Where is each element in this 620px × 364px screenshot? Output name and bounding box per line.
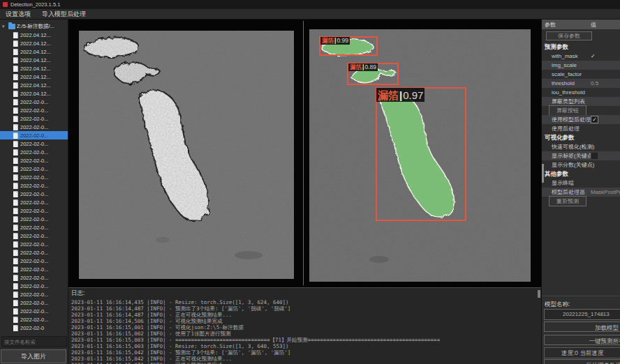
param-label: with_mask [552, 53, 578, 59]
expand-arrow-icon[interactable]: ▾ [2, 24, 7, 29]
tree-root-folder[interactable]: ▾ Z:/5-标注数据/... [0, 22, 68, 31]
raw-image-panel[interactable] [79, 31, 294, 279]
param-row[interactable]: 使用后处理 [542, 124, 620, 133]
file-item[interactable]: 2022-02-0... [0, 273, 68, 282]
file-item-label: 2022.04.12... [20, 49, 51, 55]
param-row[interactable]: threshold 0.5 [542, 79, 620, 88]
log-line: 2023-01-11 16:16:15,003 |INFO| - =======… [71, 337, 541, 343]
file-item[interactable]: 2022-02-0... [0, 298, 68, 307]
window-title: Detection_2023.1.5.1 [10, 1, 60, 8]
file-item[interactable]: 2022-02-0... [0, 131, 68, 139]
param-row[interactable]: 可视化参数 [542, 133, 620, 142]
file-item[interactable]: 2022-02-0... [0, 148, 68, 156]
file-icon [13, 40, 18, 47]
file-item[interactable]: 2022-02-0... [0, 165, 68, 173]
postprocess-settings-button[interactable]: 后处理参数设置 [544, 359, 620, 364]
file-item-label: 2022-02-0... [20, 166, 48, 172]
param-row[interactable]: 其他参数 [542, 169, 620, 179]
predict-all-button[interactable]: 一键预测所有 [544, 335, 620, 345]
file-item[interactable]: 2022.04.12... [0, 39, 68, 47]
file-item[interactable]: 2022-02-0... [0, 240, 68, 248]
file-item[interactable]: 2022-02-0... [0, 190, 68, 198]
file-item[interactable]: 2022.04.12... [0, 56, 68, 64]
file-item[interactable]: 2022-02-0... [0, 315, 68, 324]
file-item[interactable]: 2022.04.12... [0, 47, 68, 56]
file-item-label: 2022.04.12... [20, 82, 51, 89]
prediction-image-panel[interactable]: 漏箔|0.99 漏箔|0.89 漏箔|0.97 [309, 29, 531, 282]
file-item-label: 2022.04.12... [20, 57, 51, 63]
file-item[interactable]: 2022-02-0... [0, 257, 68, 265]
param-row[interactable]: 屏蔽按钮 [542, 106, 620, 115]
save-params-button[interactable]: 保存参数 [546, 31, 592, 40]
log-scrollbar-thumb[interactable] [538, 290, 540, 298]
file-item-label: 2022.04.12... [20, 40, 51, 47]
file-item[interactable]: 2022-02-0... [0, 173, 68, 181]
param-value[interactable]: 0.5 [591, 80, 598, 86]
model-name-field[interactable]: 20221225_174813 [544, 309, 620, 320]
file-item[interactable]: 2022.04.12... [0, 81, 68, 89]
menu-item[interactable]: 设置选项 [0, 9, 36, 19]
file-item-label: 2022-02-0... [20, 216, 48, 222]
log-line: 2023-01-11 16:16:14,435 |INFO| - Resize:… [71, 299, 541, 305]
file-item[interactable]: 2022-02-0... [0, 156, 68, 165]
load-model-button[interactable]: 加载模型 [544, 321, 620, 332]
file-icon [13, 233, 18, 239]
file-icon [13, 66, 18, 72]
detection-score: 0.99 [337, 38, 348, 44]
file-item-label: 2022-02-0... [20, 300, 48, 306]
import-images-button[interactable]: 导入图片 [1, 349, 66, 363]
file-item[interactable]: 2022-02-0... [0, 265, 68, 273]
file-item[interactable]: 2022-02-0... [0, 290, 68, 298]
param-value[interactable] [591, 152, 598, 160]
file-item[interactable]: 2022-02-0... [0, 232, 68, 240]
param-value[interactable]: ✓ [591, 116, 598, 123]
detection-box-3[interactable] [376, 87, 466, 221]
file-item[interactable]: 2022.04.12... [0, 73, 68, 81]
param-row[interactable]: 预测参数 [542, 43, 620, 52]
file-item[interactable]: 2022-02-0... [0, 282, 68, 290]
label-separator: | [362, 64, 364, 70]
detection-label-1: 漏箔|0.99 [320, 37, 350, 45]
log-title: 日志: [71, 289, 541, 298]
file-item[interactable]: 2022-02-0... [0, 248, 68, 257]
file-icon [13, 241, 18, 248]
param-row[interactable]: 显示终端 [542, 179, 620, 188]
param-row[interactable]: iou_threshold [542, 88, 620, 97]
param-row[interactable]: 显示分数(关键点) [542, 160, 620, 169]
filename-search-input[interactable] [1, 336, 67, 347]
file-item[interactable]: 2022-02-0... [0, 106, 68, 114]
file-item-label: 2022-02-0... [20, 158, 48, 164]
file-item[interactable]: 2022-02-0... [0, 223, 68, 232]
file-item-label: 2022-02-0... [20, 132, 48, 139]
file-item[interactable]: 2022.04.12... [0, 31, 68, 39]
param-row[interactable]: scale_factor [542, 70, 620, 79]
file-item[interactable]: 2022.04.12... [0, 89, 68, 98]
file-item[interactable]: 2022-02-0 [0, 324, 68, 332]
file-item[interactable]: 2022-02-0... [0, 215, 68, 223]
file-item[interactable]: 2022-02-0... [0, 114, 68, 123]
param-value[interactable]: MaskPostPro [591, 189, 620, 195]
param-label: 使用模型后处理 [552, 116, 591, 123]
param-row[interactable]: 重新预测 [542, 197, 620, 206]
file-item[interactable]: 2022-02-0... [0, 123, 68, 131]
param-row[interactable]: 使用模型后处理 ✓ [542, 115, 620, 124]
file-item[interactable]: 2022.04.12... [0, 64, 68, 73]
param-row[interactable]: 显示标签(关键点) [542, 151, 620, 160]
file-item[interactable]: 2022-02-0... [0, 206, 68, 215]
param-row[interactable]: img_scale [542, 61, 620, 70]
menu-item[interactable]: 导入模型后处理 [36, 9, 91, 19]
param-value[interactable]: ✓ [591, 53, 596, 59]
file-item[interactable]: 2022-02-0... [0, 139, 68, 148]
param-row[interactable]: with_mask ✓ [542, 52, 620, 61]
file-item-label: 2022-02-0... [20, 250, 48, 256]
panel-scrollbar-thumb[interactable] [542, 164, 544, 183]
file-icon [13, 57, 18, 63]
file-item[interactable]: 2022-02-0... [0, 307, 68, 315]
image-panel-divider[interactable] [303, 21, 304, 285]
file-item[interactable]: 2022-02-0... [0, 181, 68, 190]
file-item[interactable]: 2022-02-0... [0, 198, 68, 206]
file-icon [13, 191, 18, 197]
file-item[interactable]: 2022-02-0... [0, 98, 68, 106]
param-row[interactable]: 快速可视化(检测) [542, 142, 620, 151]
app-icon [3, 2, 8, 7]
